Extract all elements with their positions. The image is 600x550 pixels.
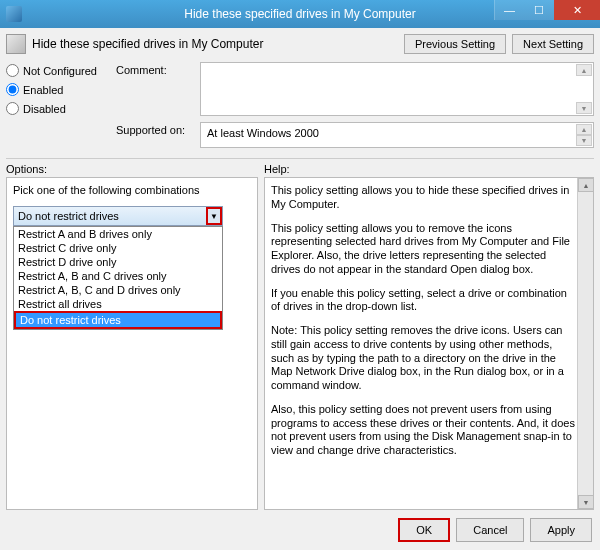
minimize-button[interactable]: — <box>494 0 524 20</box>
chevron-down-icon[interactable]: ▼ <box>206 207 222 225</box>
radio-disabled[interactable]: Disabled <box>6 102 106 115</box>
radio-not-configured[interactable]: Not Configured <box>6 64 106 77</box>
help-text: Note: This policy setting removes the dr… <box>271 324 575 393</box>
help-text: This policy setting allows you to hide t… <box>271 184 575 212</box>
scroll-down-icon[interactable]: ▼ <box>578 495 594 509</box>
header-row: Hide these specified drives in My Comput… <box>6 34 594 54</box>
scroll-up-icon[interactable]: ▲ <box>576 64 592 76</box>
pane-labels: Options: Help: <box>6 163 594 175</box>
titlebar[interactable]: Hide these specified drives in My Comput… <box>0 0 600 28</box>
dropdown-item-selected[interactable]: Do not restrict drives <box>14 311 222 329</box>
scroll-down-icon[interactable]: ▼ <box>576 102 592 114</box>
supported-label: Supported on: <box>116 122 194 136</box>
comment-label: Comment: <box>116 62 194 76</box>
help-label: Help: <box>264 163 290 175</box>
dropdown-item[interactable]: Restrict all drives <box>14 297 222 311</box>
help-text: This policy setting allows you to remove… <box>271 222 575 277</box>
close-button[interactable]: ✕ <box>554 0 600 20</box>
drives-dropdown[interactable]: Restrict A and B drives only Restrict C … <box>13 226 223 330</box>
help-text: If you enable this policy setting, selec… <box>271 287 575 315</box>
config-row: Not Configured Enabled Disabled Comment:… <box>6 62 594 148</box>
scroll-down-icon[interactable]: ▼ <box>576 135 592 146</box>
window-title: Hide these specified drives in My Comput… <box>184 7 415 21</box>
window-controls: — ☐ ✕ <box>494 0 600 20</box>
help-pane: This policy setting allows you to hide t… <box>264 177 594 510</box>
dropdown-item[interactable]: Restrict C drive only <box>14 241 222 255</box>
supported-value: At least Windows 2000 <box>207 127 319 139</box>
form-grid: Comment: ▲▼ Supported on: At least Windo… <box>116 62 594 148</box>
ok-button[interactable]: OK <box>398 518 450 542</box>
previous-setting-button[interactable]: Previous Setting <box>404 34 506 54</box>
combobox-value: Do not restrict drives <box>18 210 119 222</box>
cancel-button[interactable]: Cancel <box>456 518 524 542</box>
radio-enabled[interactable]: Enabled <box>6 83 106 96</box>
app-icon <box>6 6 22 22</box>
state-radios: Not Configured Enabled Disabled <box>6 62 106 148</box>
panes: Pick one of the following combinations D… <box>6 177 594 510</box>
scroll-up-icon[interactable]: ▲ <box>576 124 592 135</box>
dropdown-item[interactable]: Restrict A and B drives only <box>14 227 222 241</box>
maximize-button[interactable]: ☐ <box>524 0 554 20</box>
options-prompt: Pick one of the following combinations <box>13 184 251 196</box>
options-pane: Pick one of the following combinations D… <box>6 177 258 510</box>
drives-combobox[interactable]: Do not restrict drives ▼ <box>13 206 223 226</box>
dropdown-item[interactable]: Restrict A, B and C drives only <box>14 269 222 283</box>
apply-button[interactable]: Apply <box>530 518 592 542</box>
supported-field: At least Windows 2000 ▲▼ <box>200 122 594 148</box>
scroll-up-icon[interactable]: ▲ <box>578 178 594 192</box>
content-area: Hide these specified drives in My Comput… <box>0 28 600 550</box>
nav-buttons: Previous Setting Next Setting <box>404 34 594 54</box>
dropdown-item[interactable]: Restrict D drive only <box>14 255 222 269</box>
next-setting-button[interactable]: Next Setting <box>512 34 594 54</box>
help-text: Also, this policy setting does not preve… <box>271 403 575 458</box>
dropdown-item[interactable]: Restrict A, B, C and D drives only <box>14 283 222 297</box>
help-scrollbar[interactable]: ▲ ▼ <box>577 178 593 509</box>
policy-title: Hide these specified drives in My Comput… <box>32 37 404 51</box>
footer-buttons: OK Cancel Apply <box>6 510 594 544</box>
options-label: Options: <box>6 163 264 175</box>
divider <box>6 158 594 159</box>
comment-textarea[interactable]: ▲▼ <box>200 62 594 116</box>
policy-icon <box>6 34 26 54</box>
